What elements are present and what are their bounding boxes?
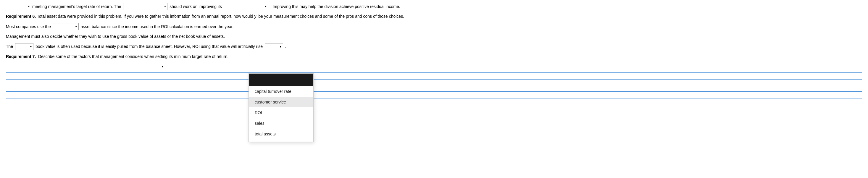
req7-inputs: capital turnover rate customer service R… [6,63,862,99]
select-6-wrapper[interactable]: gross net ▼ [265,43,283,50]
req7-text: Describe some of the factors that manage… [38,54,229,59]
line3-prefix: Most companies use the [6,23,51,30]
select-4[interactable]: average beginning ending [53,23,79,30]
dropdown-overlay: capital turnover rate customer service R… [249,73,314,142]
dropdown-item-roi[interactable]: ROI [249,107,313,118]
req7-section: Requirement 7. Describe some of the fact… [6,53,862,99]
select-3-wrapper[interactable]: capital turnover rate customer service R… [224,3,268,10]
req7-input-3[interactable] [6,82,862,89]
line-1: division company manager ▼ meeting manag… [6,3,862,10]
req7-input-4[interactable] [6,92,862,99]
line5-the: The [6,43,13,50]
req7-label: Requirement 7. [6,54,36,59]
line3-suffix: asset balance since the income used in t… [81,23,234,30]
req6-label: Requirement 6. [6,14,36,19]
line-3: Most companies use the average beginning… [6,23,862,30]
select-6[interactable]: gross net [265,43,283,50]
req6-text: Total asset data were provided in this p… [37,14,256,19]
line1-middle: should work on improving its [169,3,222,10]
req7-input-row-1: capital turnover rate customer service R… [6,63,862,70]
select-1-wrapper[interactable]: division company manager ▼ [7,3,31,10]
dropdown-item-capital-turnover[interactable]: capital turnover rate [249,86,313,97]
select-7[interactable]: capital turnover rate customer service R… [121,63,165,70]
select-5[interactable]: gross net [16,43,33,50]
select-2[interactable]: capital turnover rate customer service R… [123,3,167,10]
dropdown-item-customer-service[interactable]: customer service [249,97,313,107]
line4-text: Management must also decide whether they… [6,34,225,39]
line-4: Management must also decide whether they… [6,33,862,40]
select-1[interactable]: division company manager [7,3,31,10]
req7-paragraph: Requirement 7. Describe some of the fact… [6,53,862,60]
dropdown-item-sales[interactable]: sales [249,118,313,129]
select-5-wrapper[interactable]: gross net ▼ [15,43,33,50]
dropdown-item-total-assets[interactable]: total assets [249,129,313,139]
select-4-wrapper[interactable]: average beginning ending ▼ [53,23,79,30]
select-2-wrapper[interactable]: capital turnover rate customer service R… [123,3,167,10]
line1-suffix: . Improving this may help the division a… [270,3,400,10]
dropdown-header [249,74,313,86]
line-5: The gross net ▼ book value is often used… [6,43,862,50]
select-3[interactable]: capital turnover rate customer service R… [224,3,268,10]
line5-end: . [285,43,286,50]
req6-suffix: ibe your measurement choices and some of… [257,14,404,19]
req7-input-1[interactable] [6,63,118,70]
line1-prefix: meeting management's target rate of retu… [32,3,121,10]
line5-suffix: book value is often used because it is e… [35,43,263,50]
select-7-wrapper[interactable]: capital turnover rate customer service R… [121,63,165,70]
req7-input-2[interactable] [6,72,862,79]
req6-paragraph: Requirement 6. Total asset data were pro… [6,13,862,20]
